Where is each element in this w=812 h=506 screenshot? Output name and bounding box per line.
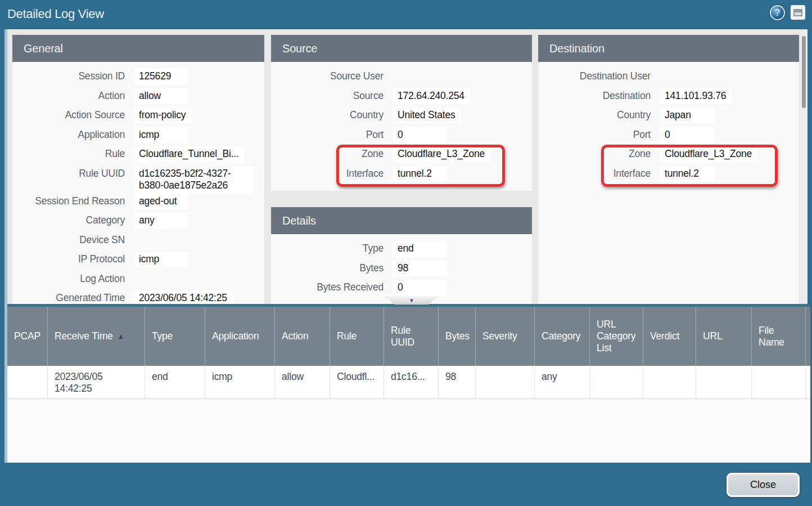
table-header-row: PCAP Receive Time▲ Type Application Acti… [7, 307, 810, 366]
field-label: Destination User [538, 69, 651, 82]
field-row-destination-zone: Zone Cloudflare_L3_Zone [538, 146, 799, 166]
field-label: Application [12, 127, 125, 141]
column-label: Application [212, 330, 259, 342]
field-row-rule: Rule Cloudflare_Tunnel_Bi... [12, 146, 264, 166]
field-label: Bytes Received [271, 280, 384, 293]
field-row-destination-user: Destination User [538, 69, 799, 88]
column-header-application[interactable]: Application [205, 307, 275, 366]
field-label: Port [271, 127, 384, 141]
field-label: Session End Reason [12, 194, 125, 207]
field-row-session-end-reason: Session End Reason aged-out [12, 194, 264, 213]
general-panel: General Session ID 125629 Action allow A… [12, 35, 264, 304]
field-label: Session ID [12, 69, 125, 82]
log-detail-panels-area: General Session ID 125629 Action allow A… [7, 29, 808, 304]
details-panel-header: Details [271, 207, 532, 234]
column-label: PCAP [14, 330, 40, 342]
column-header-bytes[interactable]: Bytes [439, 307, 476, 366]
cell-url [696, 367, 752, 398]
help-icon[interactable]: ? [770, 5, 785, 20]
field-row-source-interface: Interface tunnel.2 [271, 166, 532, 186]
field-value: allow [134, 88, 188, 104]
field-label: Source [271, 88, 384, 102]
destination-panel-header: Destination [538, 35, 799, 62]
details-panel: Details Type end Bytes 98 Bytes Received… [271, 207, 532, 304]
dialog-titlebar: Detailed Log View ? [0, 0, 812, 29]
field-label: Zone [271, 146, 384, 160]
field-value: Cloudflare_L3_Zone [393, 146, 490, 162]
table-row[interactable]: 2023/06/05 14:42:25 end icmp allow Cloud… [7, 367, 810, 399]
dialog-content: General Session ID 125629 Action allow A… [4, 29, 808, 463]
field-row-destination: Destination 141.101.93.76 [538, 88, 799, 108]
column-label: Action [282, 330, 308, 342]
field-label: IP Protocol [12, 252, 125, 265]
column-header-url-category-list[interactable]: URL Category List [590, 307, 643, 366]
destination-panel: Destination Destination User Destination… [538, 35, 799, 304]
field-label: Category [12, 213, 125, 226]
column-header-rule[interactable]: Rule [330, 307, 384, 366]
field-value: 0 [393, 280, 447, 295]
cell-verdict [643, 367, 696, 398]
column-label: File Name [759, 325, 802, 348]
column-header-verdict[interactable]: Verdict [643, 307, 696, 366]
field-label: Country [538, 108, 651, 121]
column-header-action[interactable]: Action [275, 307, 330, 366]
field-value: any [134, 213, 188, 229]
field-value: Japan [660, 108, 714, 123]
field-value: tunnel.2 [660, 166, 714, 182]
column-header-category[interactable]: Category [535, 307, 590, 366]
column-label: URL [703, 330, 722, 342]
field-row-ip-protocol: IP Protocol icmp [12, 252, 264, 271]
column-header-pcap[interactable]: PCAP [7, 307, 48, 366]
field-value: 141.101.93.76 [660, 88, 732, 104]
close-button[interactable]: Close [727, 473, 800, 497]
window-restore-icon[interactable] [791, 5, 805, 20]
log-entries-table: PCAP Receive Time▲ Type Application Acti… [7, 307, 810, 463]
details-panel-body: Type end Bytes 98 Bytes Received 0 [271, 234, 532, 299]
destination-panel-body: Destination User Destination 141.101.93.… [538, 62, 799, 185]
field-row-destination-interface: Interface tunnel.2 [538, 166, 799, 186]
field-row-generated-time: Generated Time 2023/06/05 14:42:25 [12, 290, 264, 304]
cell-file-name [752, 367, 806, 398]
field-label: Zone [538, 146, 651, 160]
cell-bytes: 98 [439, 367, 476, 398]
help-glyph: ? [775, 8, 781, 18]
field-label: Type [271, 241, 384, 254]
field-row-bytes: Bytes 98 [271, 261, 532, 280]
cell-url-category-list [590, 367, 643, 398]
column-label: Type [152, 330, 173, 342]
field-label: Action Source [12, 108, 125, 121]
field-label: Action [12, 88, 125, 102]
column-label: Severity [482, 330, 517, 342]
cell-rule: Cloudfl... [330, 367, 384, 398]
cell-pcap [7, 367, 48, 398]
dialog-title: Detailed Log View [7, 7, 104, 21]
field-value: d1c16235-b2f2-4327-b380-0ae1875e2a26 [134, 166, 254, 194]
chevron-down-icon: ▼ [409, 298, 414, 303]
column-label: Bytes [445, 330, 470, 342]
field-value: United States [393, 108, 461, 123]
field-row-source: Source 172.64.240.254 [271, 88, 532, 108]
field-label: Destination [538, 88, 651, 102]
sort-ascending-icon: ▲ [118, 332, 125, 341]
column-header-file-name[interactable]: File Name [752, 307, 806, 366]
column-header-url[interactable]: URL [696, 307, 752, 366]
general-panel-header: General [12, 35, 264, 62]
column-header-severity[interactable]: Severity [476, 307, 535, 366]
column-header-rule-uuid[interactable]: Rule UUID [384, 307, 439, 366]
field-label: Interface [538, 166, 651, 180]
scrollbar-thumb[interactable] [802, 36, 806, 108]
scrollbar[interactable] [800, 30, 808, 303]
field-value: 98 [393, 261, 447, 276]
field-row-source-port: Port 0 [271, 127, 532, 147]
column-header-type[interactable]: Type [145, 307, 205, 366]
field-label: Port [538, 127, 651, 141]
cell-rule-uuid: d1c16... [384, 367, 439, 398]
field-value: Cloudflare_Tunnel_Bi... [134, 146, 245, 162]
column-header-receive-time[interactable]: Receive Time▲ [48, 307, 145, 366]
field-row-category: Category any [12, 213, 264, 232]
field-value: 172.64.240.254 [393, 88, 470, 104]
field-value: icmp [134, 127, 188, 143]
column-label: URL Category List [597, 319, 639, 354]
column-label: Receive Time [55, 330, 113, 342]
source-panel-header: Source [271, 35, 532, 62]
